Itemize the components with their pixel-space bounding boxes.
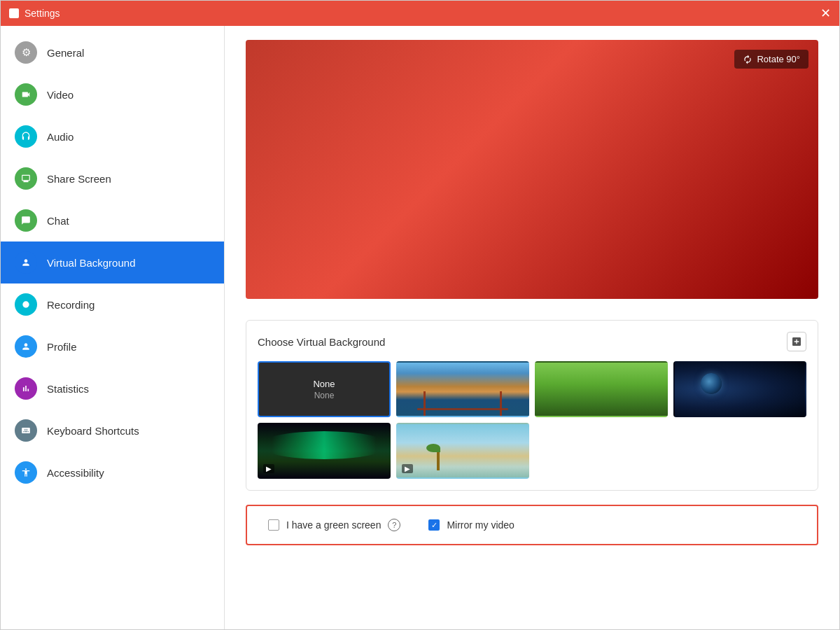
mirror-video-checkbox[interactable]: ✓	[428, 519, 440, 531]
sidebar-label-virtual-background: Virtual Background	[47, 257, 135, 269]
rotate-button[interactable]: Rotate 90°	[734, 50, 808, 69]
sidebar-label-keyboard-shortcuts: Keyboard Shortcuts	[47, 425, 139, 437]
video-preview: Rotate 90°	[246, 40, 818, 299]
choose-title: Choose Virtual Background	[258, 336, 385, 348]
sidebar-label-audio: Audio	[47, 131, 74, 143]
bg-none-sublabel: None	[314, 391, 335, 400]
green-screen-checkbox[interactable]	[268, 519, 279, 531]
sidebar-item-recording[interactable]: Recording	[1, 284, 224, 326]
sidebar-item-profile[interactable]: Profile	[1, 326, 224, 368]
green-screen-label: I have a green screen	[286, 519, 381, 531]
sidebar: ⚙ General Video Audio Share Screen	[1, 26, 225, 629]
sidebar-item-statistics[interactable]: Statistics	[1, 368, 224, 410]
green-screen-help-icon[interactable]: ?	[388, 519, 400, 531]
bg-beach[interactable]: ▶	[396, 423, 529, 479]
sidebar-item-video[interactable]: Video	[1, 74, 224, 115]
titlebar: Settings ✕	[1, 1, 839, 26]
bg-none[interactable]: None None	[258, 361, 391, 417]
aurora-video-icon: ▶	[263, 464, 274, 473]
sidebar-label-recording: Recording	[47, 299, 94, 311]
bg-aurora[interactable]: ▶	[258, 423, 391, 479]
sidebar-label-general: General	[47, 47, 84, 59]
accessibility-icon	[15, 461, 37, 484]
choose-header: Choose Virtual Background	[258, 332, 806, 351]
sidebar-item-chat[interactable]: Chat	[1, 200, 224, 241]
virtual-background-icon	[15, 251, 37, 274]
bg-nature[interactable]	[535, 361, 668, 417]
keyboard-shortcuts-icon	[15, 419, 37, 442]
statistics-icon	[15, 377, 37, 400]
sidebar-label-statistics: Statistics	[47, 383, 89, 395]
sidebar-label-accessibility: Accessibility	[47, 467, 104, 479]
video-icon	[15, 83, 37, 106]
sidebar-label-chat: Chat	[47, 215, 69, 227]
sidebar-item-accessibility[interactable]: Accessibility	[1, 451, 224, 493]
sidebar-item-share-screen[interactable]: Share Screen	[1, 158, 224, 200]
sidebar-label-share-screen: Share Screen	[47, 173, 111, 185]
app-icon	[9, 8, 19, 18]
general-icon: ⚙	[15, 41, 37, 64]
rotate-label: Rotate 90°	[757, 54, 800, 64]
bg-none-label: None	[313, 379, 335, 389]
sidebar-label-profile: Profile	[47, 341, 77, 353]
audio-icon	[15, 125, 37, 148]
background-grid: None None	[258, 361, 806, 479]
svg-point-0	[22, 301, 29, 307]
content-area: ⚙ General Video Audio Share Screen	[1, 26, 839, 629]
beach-video-icon: ▶	[402, 464, 413, 473]
sidebar-item-audio[interactable]: Audio	[1, 115, 224, 158]
titlebar-left: Settings	[9, 8, 60, 19]
green-screen-option: I have a green screen ?	[268, 519, 400, 531]
add-background-button[interactable]	[787, 332, 806, 351]
options-row: I have a green screen ? ✓ Mirror my vide…	[246, 505, 818, 545]
window-title: Settings	[24, 8, 60, 19]
recording-icon	[15, 293, 37, 316]
sidebar-item-keyboard-shortcuts[interactable]: Keyboard Shortcuts	[1, 410, 224, 451]
sidebar-item-virtual-background[interactable]: Virtual Background	[1, 241, 224, 284]
sidebar-item-general[interactable]: ⚙ General	[1, 31, 224, 74]
bg-golden-gate[interactable]	[396, 361, 529, 417]
mirror-video-option: ✓ Mirror my video	[428, 519, 514, 531]
settings-window: Settings ✕ ⚙ General Video Audio	[0, 0, 840, 630]
chat-icon	[15, 209, 37, 232]
profile-icon	[15, 335, 37, 358]
sidebar-label-video: Video	[47, 89, 74, 101]
mirror-video-label: Mirror my video	[447, 519, 514, 531]
main-content: Rotate 90° Choose Virtual Background Non…	[225, 26, 839, 629]
close-button[interactable]: ✕	[820, 7, 831, 20]
share-screen-icon	[15, 167, 37, 190]
choose-section: Choose Virtual Background None None	[246, 320, 818, 491]
bg-space[interactable]	[673, 361, 806, 417]
